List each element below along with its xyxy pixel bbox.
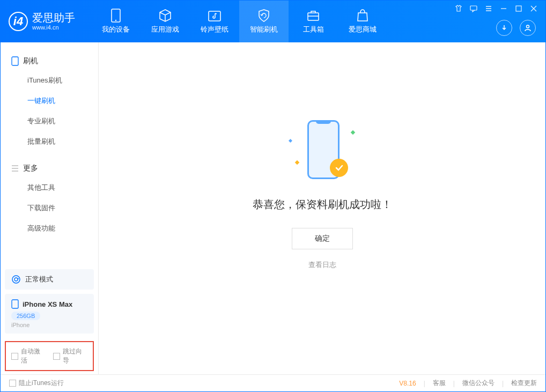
checkmark-icon (330, 159, 348, 177)
device-icon (11, 299, 19, 309)
main-tabs: 我的设备 应用游戏 铃声壁纸 智能刷机 工具箱 爱思商城 (91, 1, 387, 42)
menu-icon[interactable] (485, 5, 492, 12)
cube-icon (158, 9, 172, 23)
footer-link-wechat[interactable]: 微信公众号 (462, 379, 495, 388)
checkbox-skip-guide[interactable]: 跳过向导 (53, 347, 87, 365)
briefcase-icon (306, 9, 320, 23)
footer: 阻止iTunes运行 V8.16 | 客服 | 微信公众号 | 检查更新 (1, 374, 545, 391)
logo-icon: i4 (9, 12, 28, 31)
music-folder-icon (208, 9, 222, 23)
checkbox-block-itunes[interactable]: 阻止iTunes运行 (9, 379, 64, 388)
bag-icon (356, 9, 370, 23)
tab-store[interactable]: 爱思商城 (338, 1, 387, 42)
sidebar-item-itunes-flash[interactable]: iTunes刷机 (1, 70, 98, 91)
sync-icon (11, 275, 21, 284)
success-illustration (285, 115, 360, 184)
tab-flash[interactable]: 智能刷机 (239, 1, 289, 42)
shield-refresh-icon (257, 9, 271, 23)
svg-rect-7 (12, 57, 18, 65)
phone-icon (109, 9, 123, 23)
device-storage: 256GB (11, 312, 40, 320)
user-button[interactable] (520, 20, 536, 36)
svg-point-6 (527, 25, 529, 28)
success-message: 恭喜您，保资料刷机成功啦！ (253, 197, 392, 212)
phone-small-icon (11, 56, 19, 66)
tab-ringtone[interactable]: 铃声壁纸 (190, 1, 239, 42)
device-type: iPhone (11, 322, 87, 328)
view-log-link[interactable]: 查看日志 (308, 260, 336, 270)
mode-label: 正常模式 (25, 275, 53, 284)
tab-apps[interactable]: 应用游戏 (141, 1, 190, 42)
svg-rect-3 (308, 13, 319, 20)
shirt-icon[interactable] (455, 5, 462, 12)
close-button[interactable] (530, 5, 537, 12)
options-checkbox-group: 自动激活 跳过向导 (5, 341, 94, 371)
svg-rect-2 (209, 11, 220, 21)
svg-rect-9 (12, 300, 18, 308)
svg-rect-5 (516, 6, 521, 11)
logo[interactable]: i4 爱思助手 www.i4.cn (9, 11, 75, 31)
app-title: 爱思助手 (32, 11, 75, 24)
window-controls (455, 5, 537, 12)
sidebar-group-more: 更多 (1, 159, 98, 177)
sidebar-group-flash: 刷机 (1, 52, 98, 70)
device-name: iPhone XS Max (23, 300, 72, 308)
header: i4 爱思助手 www.i4.cn 我的设备 应用游戏 铃声壁纸 智能刷机 工具… (1, 1, 545, 42)
sidebar-item-pro-flash[interactable]: 专业刷机 (1, 111, 98, 131)
checkbox-auto-activate[interactable]: 自动激活 (11, 347, 46, 365)
sidebar-item-batch-flash[interactable]: 批量刷机 (1, 131, 98, 152)
sidebar-item-download-firmware[interactable]: 下载固件 (1, 198, 98, 218)
minimize-button[interactable] (500, 5, 507, 12)
tab-my-device[interactable]: 我的设备 (91, 1, 141, 42)
sidebar-item-oneclick-flash[interactable]: 一键刷机 (1, 91, 98, 111)
mode-card[interactable]: 正常模式 (5, 269, 94, 290)
list-icon (11, 165, 19, 172)
svg-rect-4 (470, 6, 477, 10)
svg-point-8 (12, 276, 20, 283)
sidebar-item-advanced[interactable]: 高级功能 (1, 218, 98, 239)
version-label: V8.16 (399, 380, 416, 387)
sidebar: 刷机 iTunes刷机 一键刷机 专业刷机 批量刷机 更多 其他工具 下载固件 … (1, 42, 99, 374)
download-button[interactable] (496, 20, 512, 36)
sidebar-item-other-tools[interactable]: 其他工具 (1, 177, 98, 198)
footer-link-support[interactable]: 客服 (433, 379, 446, 388)
footer-link-update[interactable]: 检查更新 (511, 379, 537, 388)
app-url: www.i4.cn (32, 24, 75, 31)
maximize-button[interactable] (515, 5, 522, 12)
feedback-icon[interactable] (470, 5, 477, 12)
device-card[interactable]: iPhone XS Max 256GB iPhone (5, 294, 94, 334)
ok-button[interactable]: 确定 (292, 228, 353, 249)
content-area: 恭喜您，保资料刷机成功啦！ 确定 查看日志 (99, 42, 545, 374)
svg-point-1 (115, 20, 116, 21)
tab-toolbox[interactable]: 工具箱 (289, 1, 338, 42)
